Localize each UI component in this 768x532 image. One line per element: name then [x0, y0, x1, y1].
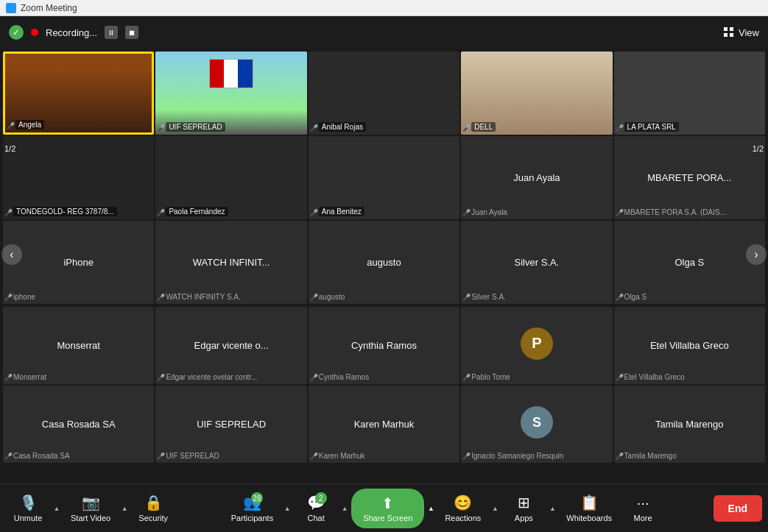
username-tamila: Tamila Marengo	[624, 452, 677, 460]
video-caret-icon: ▲	[121, 505, 128, 512]
unmute-caret-icon: ▲	[54, 505, 60, 512]
reactions-label: Reactions	[445, 514, 481, 522]
participant-cell-olga[interactable]: Olga S 🎤 Olga S	[614, 221, 765, 304]
mute-icon-watch: 🎤	[157, 294, 165, 301]
participant-cell-mbarete[interactable]: MBARETE PORA... 🎤 MBARETE PORA S.A. (DAI…	[614, 136, 765, 219]
display-name-augusto: augusto	[364, 257, 404, 268]
reactions-caret-icon: ▲	[492, 505, 499, 512]
participant-cell-casarosada[interactable]: Casa Rosada SA 🎤 Casa Rosada SA	[3, 386, 154, 463]
participants-caret-btn[interactable]: ▲	[282, 505, 292, 512]
participant-cell-monserrat[interactable]: Monserrat 🎤 Monserrat	[3, 307, 154, 384]
participant-cell-edgar[interactable]: Edgar vicente o... 🎤 Edgar vicente ovela…	[155, 307, 306, 384]
camera-icon: 📷	[82, 494, 100, 511]
whiteboards-button[interactable]: 📋 Whiteboards	[559, 491, 619, 525]
display-name-uif2: UIF SEPRELAD	[194, 419, 269, 430]
video-caret-btn[interactable]: ▲	[119, 505, 130, 512]
security-button[interactable]: 🔒 Security	[131, 491, 175, 525]
video-cell-uif1[interactable]: 🎤 UIF SEPRELAD	[155, 52, 306, 135]
participant-cell-iphone[interactable]: iPhone 🎤 iphone	[3, 221, 154, 304]
display-name-monserrat: Monserrat	[54, 340, 103, 351]
video-cell-angela[interactable]: 🎤 Angela	[3, 52, 154, 135]
display-name-silver: Silver S.A.	[512, 257, 563, 268]
chat-icon-wrapper: 💬 2	[307, 494, 325, 511]
share-screen-button[interactable]: ⬆ Share Screen	[351, 489, 424, 528]
next-page-arrow[interactable]: ›	[746, 244, 767, 265]
mute-icon-uif2: 🎤	[157, 453, 165, 460]
apps-caret-icon: ▲	[549, 505, 556, 512]
mute-icon-silver: 🎤	[462, 294, 471, 301]
video-cell-ana[interactable]: 🎤 Ana Benitez	[309, 136, 459, 219]
unmute-button[interactable]: 🎙️ Unmute	[6, 491, 50, 525]
app-icon	[6, 3, 16, 13]
display-name-iphone: iPhone	[60, 257, 96, 268]
video-cell-tondegold[interactable]: 🎤 TONDEGOLD- REG 3787/8...	[3, 136, 154, 219]
mute-icon-paola: 🎤	[157, 209, 165, 216]
top-bar-left: ✓ Recording... ⏸ ⏹	[9, 25, 138, 40]
whiteboards-label: Whiteboards	[566, 514, 612, 522]
window-title: Zoom Meeting	[21, 3, 77, 13]
mute-icon-ignacio: 🎤	[462, 453, 471, 460]
mute-icon-pablo: 🎤	[462, 374, 471, 381]
reactions-button[interactable]: 😊 Reactions	[437, 491, 488, 525]
video-cell-laplata[interactable]: 🎤 LA PLATA SRL	[614, 52, 765, 135]
participant-cell-ignacio[interactable]: S 🎤 Ignacio Samaniego Resquin	[461, 386, 612, 463]
microphone-icon: 🎙️	[19, 494, 38, 511]
previous-page-arrow[interactable]: ‹	[1, 244, 22, 265]
view-button[interactable]: View	[724, 27, 759, 38]
participant-cell-etel[interactable]: Etel Villalba Greco 🎤 Etel Villalba Grec…	[614, 307, 765, 384]
participant-cell-pablo[interactable]: P 🎤 Pablo Tome	[461, 307, 612, 384]
reactions-caret-btn[interactable]: ▲	[490, 505, 500, 512]
share-screen-label: Share Screen	[363, 514, 412, 522]
pause-recording-btn[interactable]: ⏸	[105, 26, 118, 39]
participant-cell-augusto[interactable]: augusto 🎤 augusto	[309, 221, 459, 304]
chat-caret-btn[interactable]: ▲	[339, 505, 350, 512]
username-ignacio: Ignacio Samaniego Resquin	[471, 452, 563, 460]
video-row-1: 🎤 Angela 🎤 UIF SEPRELAD 🎤 Anibal Rojas 🎤…	[0, 49, 768, 307]
mute-icon-casarosada: 🎤	[4, 453, 13, 460]
name-uif1: UIF SEPRELAD	[166, 122, 225, 132]
title-bar: Zoom Meeting	[0, 0, 768, 16]
participant-cell-watch[interactable]: WATCH INFINIT... 🎤 WATCH INFINITY S.A.	[155, 221, 306, 304]
mute-icon-ana: 🎤	[310, 209, 318, 216]
video-cell-paola[interactable]: 🎤 Paola Fernández	[155, 136, 306, 219]
participant-cell-uif2[interactable]: UIF SEPRELAD 🎤 UIF SEPRELAD	[155, 386, 306, 463]
svg-text:S: S	[532, 415, 541, 430]
toolbar-right-group: End	[714, 495, 762, 522]
participant-cell-tamila[interactable]: Tamila Marengo 🎤 Tamila Marengo	[614, 386, 765, 463]
toolbar-center-group: 👥 28 Participants ▲ 💬 2 Chat ▲ ⬆ Share S…	[224, 489, 665, 528]
stop-recording-btn[interactable]: ⏹	[125, 26, 138, 39]
mute-icon-monserrat: 🎤	[4, 374, 13, 381]
apps-label: Apps	[515, 514, 533, 522]
video-cell-anibal[interactable]: 🎤 Anibal Rojas	[309, 52, 459, 135]
apps-button[interactable]: ⊞ Apps	[501, 491, 546, 525]
mute-icon-dell: 🎤	[462, 124, 471, 132]
more-button[interactable]: ··· More	[621, 492, 665, 525]
video-cell-dell[interactable]: 🎤 DELL	[461, 52, 612, 135]
participant-cell-juan[interactable]: Juan Ayala 🎤 Juan Ayala	[461, 136, 612, 219]
username-etel: Etel Villalba Greco	[624, 373, 685, 381]
participant-cell-karen[interactable]: Karen Marhuk 🎤 Karen Marhuk	[309, 386, 459, 463]
username-casarosada: Casa Rosada SA	[13, 452, 70, 460]
participants-button[interactable]: 👥 28 Participants	[224, 491, 281, 525]
mute-icon-etel: 🎤	[616, 374, 624, 381]
apps-icon: ⊞	[518, 494, 530, 511]
apps-caret-btn[interactable]: ▲	[547, 505, 557, 512]
recording-label: Recording...	[46, 27, 97, 38]
username-olga: Olga S	[624, 293, 647, 301]
name-tondegold: TONDEGOLD- REG 3787/8...	[13, 207, 117, 216]
participant-cell-cynthia[interactable]: Cynthia Ramos 🎤 Cynthia Ramos	[309, 307, 459, 384]
end-button[interactable]: End	[714, 495, 762, 522]
start-video-button[interactable]: 📷 Start Video	[63, 491, 118, 525]
participant-cell-silver[interactable]: Silver S.A. 🎤 Silver S.A.	[461, 221, 612, 304]
chat-button[interactable]: 💬 2 Chat	[294, 491, 338, 525]
name-ana: Ana Benitez	[319, 207, 364, 216]
share-caret-btn[interactable]: ▲	[426, 505, 436, 512]
unmute-caret-btn[interactable]: ▲	[52, 505, 62, 512]
more-icon: ···	[637, 494, 649, 511]
mute-icon-karen: 🎤	[310, 453, 318, 460]
participant-count-badge: 28	[251, 492, 263, 504]
toolbar: 🎙️ Unmute ▲ 📷 Start Video ▲ 🔒 Security 👥…	[0, 483, 768, 532]
mute-icon-angela: 🎤	[7, 122, 15, 130]
participants-label: Participants	[231, 514, 273, 522]
whiteboards-icon: 📋	[580, 494, 599, 511]
